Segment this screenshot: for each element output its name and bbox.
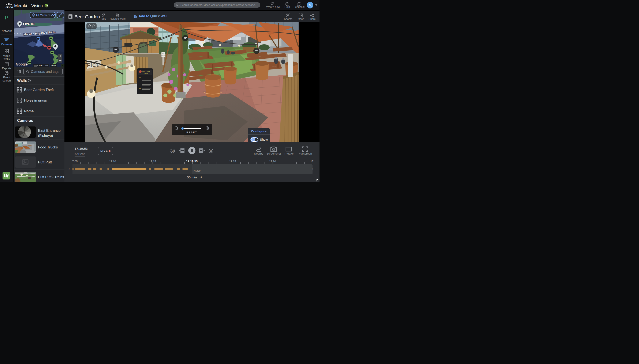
svg-text:Chef's Truck: Chef's Truck <box>142 70 150 72</box>
svg-text:Map Data: Map Data <box>39 64 48 67</box>
svg-text:FIVE 88: FIVE 88 <box>23 22 35 26</box>
svg-text:Terms: Terms <box>50 64 57 67</box>
svg-text:Menu: Menu <box>145 72 148 74</box>
svg-text:10: 10 <box>210 150 212 152</box>
svg-text:10: 10 <box>172 150 174 152</box>
svg-text:NO: NO <box>162 53 164 54</box>
svg-text:SMOKING: SMOKING <box>161 55 166 56</box>
svg-text:Google: Google <box>16 62 28 66</box>
